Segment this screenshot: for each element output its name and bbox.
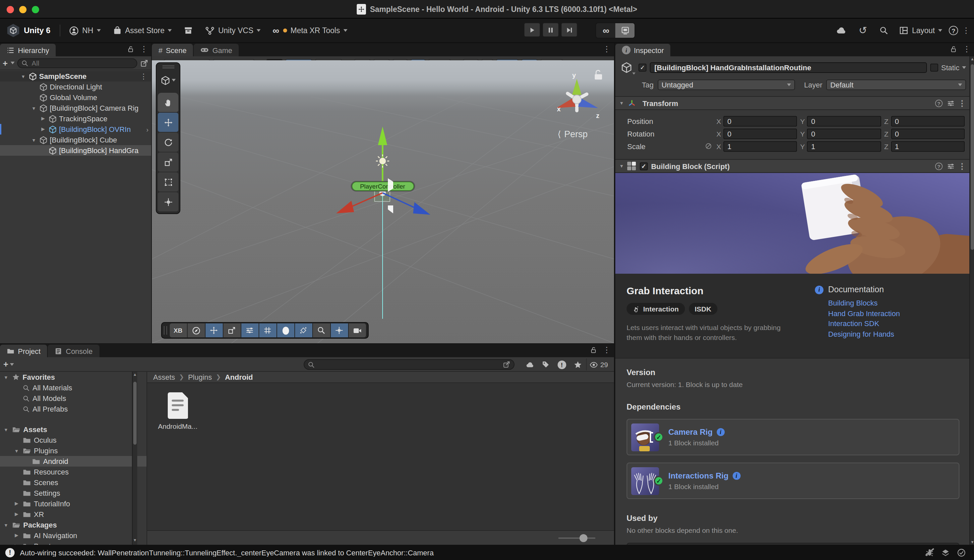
hierarchy-row[interactable]: Global Volume <box>0 92 151 103</box>
unity-menu-button[interactable]: Unity 6 <box>0 24 57 37</box>
tree-row[interactable]: ▶ TutorialInfo <box>0 498 147 509</box>
minimize-window-button[interactable] <box>19 6 27 13</box>
gizmo-overlay-button[interactable] <box>330 323 348 337</box>
camera-overlay-button[interactable] <box>349 323 366 337</box>
dependency-camera-rig-card[interactable]: ✓ Camera Rig i 1 Block installed <box>627 419 959 455</box>
foldout-closed-icon[interactable]: ▶ <box>13 501 20 506</box>
layer-dropdown[interactable]: Default <box>826 80 966 90</box>
tree-row[interactable]: All Prefabs <box>0 403 147 414</box>
device-view-button[interactable] <box>615 23 635 38</box>
move-overlay-button[interactable] <box>205 323 222 337</box>
move-gizmo-z-axis[interactable] <box>383 193 430 215</box>
link-building-blocks[interactable]: Building Blocks <box>828 299 961 307</box>
foldout-open-icon[interactable]: ▼ <box>3 427 9 432</box>
sliders-overlay-button[interactable] <box>241 323 258 337</box>
player-controller-label[interactable]: PlayerController <box>351 181 415 192</box>
rotation-y-field[interactable]: 0 <box>807 128 881 139</box>
lock-icon[interactable] <box>127 45 135 53</box>
position-x-field[interactable]: 0 <box>723 116 797 126</box>
hidden-packages-icon[interactable]: ! <box>555 358 569 370</box>
scroll-up-arrow[interactable]: ▲ <box>133 372 137 377</box>
unity-vcs-dropdown[interactable]: Unity VCS <box>199 23 267 38</box>
hierarchy-row[interactable]: ▶ TrackingSpace <box>0 113 151 124</box>
debugger-detached-icon[interactable] <box>925 548 934 557</box>
package-manager-button[interactable] <box>178 23 199 38</box>
lighting-overlay-button[interactable] <box>277 323 294 337</box>
foldout-open-icon[interactable]: ▼ <box>13 448 20 453</box>
open-new-window-icon[interactable] <box>140 58 148 67</box>
foldout-open-icon[interactable]: ▼ <box>20 74 27 78</box>
status-message[interactable]: Auto-wiring succeeded: WallPenetrationTu… <box>20 548 920 557</box>
link-interaction-sdk[interactable]: Interaction SDK <box>828 320 961 327</box>
hierarchy-row[interactable]: Directional Light <box>0 82 151 92</box>
tree-row[interactable]: All Models <box>0 393 147 403</box>
rotation-z-field[interactable]: 0 <box>891 128 965 139</box>
slider-knob[interactable] <box>579 534 587 542</box>
search-overlay-button[interactable] <box>313 323 330 337</box>
project-content-grid[interactable]: AndroidMa... <box>147 383 614 530</box>
inspector-scrollbar[interactable]: ▲ ▼ <box>969 56 974 545</box>
tab-hierarchy[interactable]: Hierarchy <box>0 44 56 56</box>
tab-inspector[interactable]: i Inspector <box>615 44 670 56</box>
kebab-menu-icon[interactable]: ⋮ <box>963 45 971 53</box>
tool-context-dropdown[interactable] <box>158 73 178 87</box>
hierarchy-row[interactable]: ▼ [BuildingBlock] Cube <box>0 135 151 145</box>
search-by-type-icon[interactable] <box>523 358 537 370</box>
tab-project[interactable]: Project <box>0 345 47 357</box>
foldout-open-icon[interactable]: ▼ <box>3 375 9 379</box>
move-tool[interactable] <box>158 113 178 132</box>
asset-androidmanifest[interactable]: AndroidMa... <box>157 392 199 430</box>
add-object-button[interactable]: + <box>3 58 8 68</box>
tree-row-assets[interactable]: ▼ Assets <box>0 424 147 435</box>
palette-drag-handle[interactable] <box>158 66 178 70</box>
breadcrumb-android[interactable]: Android <box>225 373 253 381</box>
gameobject-name-field[interactable]: [BuildingBlock] HandGrabInstallationRout… <box>650 62 927 73</box>
foldout-closed-icon[interactable]: ▶ <box>40 116 47 121</box>
compass-orientation-button[interactable] <box>187 323 205 337</box>
foldout-open-icon[interactable]: ▼ <box>3 523 9 527</box>
directional-light-gizmo-icon[interactable] <box>376 154 389 168</box>
hierarchy-row[interactable]: ▼ [BuildingBlock] Camera Rig <box>0 103 151 113</box>
view-hand-tool[interactable] <box>158 93 178 112</box>
project-tree-scrollbar[interactable]: ▲ ▼ <box>132 372 137 545</box>
tree-row[interactable]: Resources <box>0 467 147 477</box>
hierarchy-search-field[interactable] <box>17 58 137 68</box>
active-checkbox[interactable]: ✓ <box>639 63 647 72</box>
asset-store-dropdown[interactable]: Asset Store <box>107 23 178 38</box>
visible-count[interactable]: 29 <box>587 358 610 370</box>
lock-icon[interactable] <box>949 45 957 53</box>
constrain-proportions-icon[interactable] <box>705 142 712 150</box>
tree-row[interactable]: Oculus <box>0 435 147 445</box>
tab-scene[interactable]: # Scene <box>152 44 193 56</box>
step-button[interactable] <box>561 23 577 37</box>
scale-z-field[interactable]: 1 <box>891 141 965 152</box>
position-z-field[interactable]: 0 <box>891 116 965 126</box>
foldout-closed-icon[interactable]: ▶ <box>13 512 20 517</box>
scrollbar-thumb[interactable] <box>971 64 974 250</box>
dependency-interactions-rig-card[interactable]: ✓ Interactions Rig i 1 Block installed <box>627 463 959 499</box>
chevron-down-icon[interactable] <box>962 66 966 69</box>
kebab-menu-icon[interactable]: ⋮ <box>140 72 147 80</box>
hierarchy-search-input[interactable] <box>30 58 133 68</box>
breadcrumb-plugins[interactable]: Plugins <box>188 373 212 381</box>
transform-tool[interactable] <box>158 192 178 212</box>
search-by-label-icon[interactable] <box>539 358 553 370</box>
pause-button[interactable] <box>542 23 559 37</box>
tree-row[interactable]: Scenes <box>0 477 147 488</box>
scroll-down-arrow[interactable]: ▼ <box>970 540 974 545</box>
foldout-open-icon[interactable]: ▼ <box>30 138 37 142</box>
tag-dropdown[interactable]: Untagged <box>658 80 795 90</box>
meta-simulator-button[interactable]: ∞ <box>596 23 615 38</box>
tab-game[interactable]: Game <box>194 44 239 56</box>
preset-icon[interactable] <box>947 162 955 170</box>
kebab-menu-icon[interactable]: ⋮ <box>962 27 970 35</box>
foldout-closed-icon[interactable]: ▶ <box>40 127 47 132</box>
kebab-menu-icon[interactable]: ⋮ <box>603 45 610 53</box>
create-asset-button[interactable]: + <box>3 359 8 369</box>
xr-build-button[interactable]: XB <box>169 323 187 337</box>
info-icon[interactable]: i <box>716 428 724 436</box>
foldout-open-icon[interactable]: ▼ <box>619 101 624 105</box>
cloud-icon[interactable] <box>833 23 851 38</box>
rotate-tool[interactable] <box>158 133 178 152</box>
chevron-right-icon[interactable]: › <box>146 126 148 133</box>
